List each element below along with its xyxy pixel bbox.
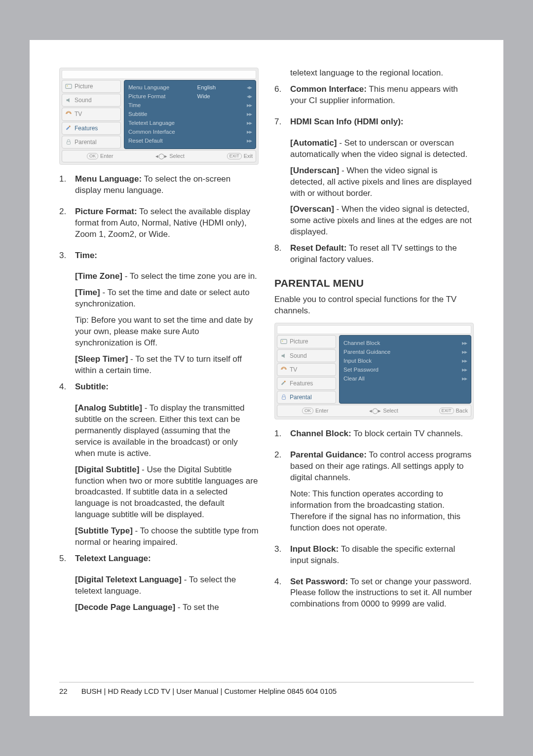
list-item: 7. HDMI Scan Info (HDMI only): <box>274 116 474 133</box>
page-number: 22 <box>59 686 68 696</box>
menu-item-label: Picture Format <box>128 93 197 101</box>
list-number: 3. <box>274 544 283 571</box>
sidebar-label: Features <box>75 124 98 132</box>
select-label: Select <box>169 152 185 160</box>
item-text: To block certain TV channels. <box>351 429 463 438</box>
lr-arrows-icon: ◂▸ <box>237 84 252 92</box>
sidebar-label: Parental <box>290 393 312 401</box>
list-content: Teletext Language: <box>75 553 259 569</box>
option-title: [Time] <box>75 288 100 297</box>
item-title: Teletext Language: <box>75 554 151 563</box>
list-item: 2. Picture Format: To select the availab… <box>59 206 259 245</box>
list-number: 6. <box>274 84 283 112</box>
sidebar-label: TV <box>290 366 297 374</box>
item-title: HDMI Scan Info (HDMI only): <box>290 117 403 126</box>
parental-icon <box>65 139 72 146</box>
page-footer: 22 BUSH | HD Ready LCD TV | User Manual … <box>59 682 474 696</box>
option-title: [Underscan] <box>290 166 339 175</box>
option-text: - To set the <box>175 603 219 612</box>
enter-arrows-icon: ▸▸ <box>237 137 252 145</box>
columns: Picture Sound TV Features <box>59 68 474 620</box>
features-icon <box>65 125 72 132</box>
exit-label: Exit <box>244 152 253 160</box>
sound-icon <box>65 97 72 104</box>
item-title: Time: <box>75 251 97 260</box>
sidebar-item-picture: Picture <box>277 335 336 348</box>
item-title: Menu Language: <box>75 174 142 184</box>
enter-arrows-icon: ▸▸ <box>453 348 467 356</box>
list-content: Common Interface: This menu appears with… <box>290 84 474 112</box>
menu-row: Clear All▸▸ <box>343 374 467 383</box>
menu-item-value: Wide <box>197 93 237 101</box>
menu-item-label: Channel Block <box>343 340 413 347</box>
menu-row: Teletext Language▸▸ <box>128 119 252 128</box>
select-glyph-icon: ◂◯▸ <box>155 152 167 160</box>
menu-item-label: Reset Default <box>128 137 197 145</box>
indent-block: teletext language to the regional locati… <box>290 68 474 79</box>
menu-item-label: Set Password <box>343 366 413 374</box>
list-item: 3. Time: <box>59 250 259 266</box>
enter-arrows-icon: ▸▸ <box>237 111 252 118</box>
exit-key-icon: EXIT <box>227 153 242 159</box>
menu-body: Picture Sound TV Features <box>277 335 471 404</box>
option-text: - To select the time zone you are in. <box>122 271 257 281</box>
sidebar-item-parental: Parental <box>277 391 336 404</box>
svg-point-1 <box>67 85 68 86</box>
option-title: [Analog Subtitle] <box>75 403 142 413</box>
menu-header-bar <box>62 70 256 79</box>
sidebar-label: Picture <box>75 82 93 90</box>
indent-block: [Time Zone] - To select the time zone yo… <box>75 271 259 377</box>
menu-row: Time▸▸ <box>128 101 252 110</box>
menu-row: Menu LanguageEnglish◂▸ <box>128 83 252 92</box>
enter-arrows-icon: ▸▸ <box>453 375 467 383</box>
sidebar-label: TV <box>75 110 82 118</box>
option-title: [Subtitle Type] <box>75 526 133 535</box>
sidebar-label: Picture <box>290 338 308 345</box>
menu-item-label: Parental Guidance <box>343 348 413 356</box>
indent-block: [Automatic] - Set to underscan or oversc… <box>290 138 474 238</box>
exit-key-icon: EXIT <box>439 408 454 414</box>
svg-rect-7 <box>282 397 286 399</box>
select-glyph-icon: ◂◯▸ <box>369 407 381 415</box>
picture-icon <box>65 83 72 90</box>
list-content: Channel Block: To block certain TV chann… <box>290 428 474 445</box>
list-content: HDMI Scan Info (HDMI only): <box>290 116 474 133</box>
exit-label: Back <box>456 407 468 415</box>
menu-row: Reset Default▸▸ <box>128 137 252 146</box>
option-title: [Digital Teletext Language] <box>75 575 182 584</box>
parental-menu-screenshot: Picture Sound TV Features <box>274 323 474 419</box>
option-title: [Overscan] <box>290 204 334 214</box>
menu-content: Channel Block▸▸ Parental Guidance▸▸ Inpu… <box>339 335 471 404</box>
list-number: 7. <box>274 116 283 133</box>
svg-rect-2 <box>69 125 71 127</box>
menu-row: Parental Guidance▸▸ <box>343 347 467 356</box>
list-content: Subtitle: <box>75 381 259 398</box>
sidebar-item-tv: TV <box>277 363 336 376</box>
menu-item-label: Time <box>128 102 197 110</box>
lr-arrows-icon: ◂▸ <box>237 93 252 101</box>
footer-text: BUSH | HD Ready LCD TV | User Manual | C… <box>81 686 337 696</box>
section-heading: PARENTAL MENU <box>274 276 474 290</box>
list-item: 4. Set Password: To set or change your p… <box>274 576 474 615</box>
svg-rect-3 <box>67 142 71 144</box>
tip-text: Tip: Before you want to set the time and… <box>75 315 259 349</box>
svg-rect-0 <box>66 84 72 89</box>
list-content: Input Block: To disable the specific ext… <box>290 544 474 571</box>
sidebar-item-features: Features <box>62 122 121 135</box>
menu-footer: OK Enter ◂◯▸ Select EXIT Exit <box>62 150 256 162</box>
list-number: 4. <box>274 576 283 615</box>
menu-item-label: Teletext Language <box>128 119 197 127</box>
item-title: Parental Guidance: <box>290 450 367 459</box>
sidebar-label: Features <box>290 379 313 387</box>
sidebar-item-picture: Picture <box>62 80 121 93</box>
sidebar-item-sound: Sound <box>62 94 121 107</box>
sidebar-item-tv: TV <box>62 108 121 120</box>
ok-key-icon: OK <box>302 408 313 414</box>
list-content: Parental Guidance: To control access pro… <box>290 450 474 539</box>
continuation-text: teletext language to the regional locati… <box>290 68 474 79</box>
item-title: Channel Block: <box>290 429 351 438</box>
item-title: Picture Format: <box>75 207 137 216</box>
menu-content: Menu LanguageEnglish◂▸ Picture FormatWid… <box>124 80 256 149</box>
item-title: Input Block: <box>290 544 339 554</box>
item-title: Common Interface: <box>290 84 367 94</box>
